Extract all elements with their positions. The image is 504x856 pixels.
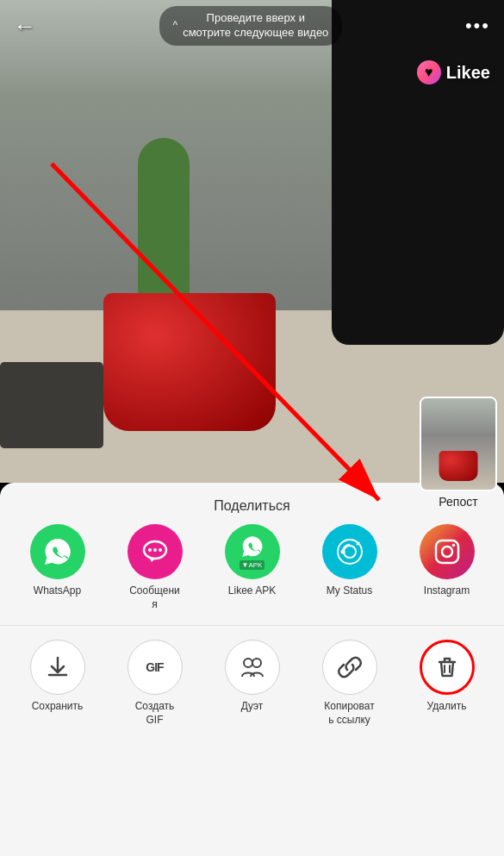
svg-point-10 [442, 547, 452, 557]
instagram-label: Instagram [424, 584, 470, 598]
svg-point-5 [159, 548, 162, 552]
whatsapp-label: WhatsApp [34, 584, 81, 598]
likee-apk-label: Likee APK [228, 584, 276, 598]
app-item-instagram[interactable]: Instagram [404, 524, 490, 611]
messages-icon [128, 524, 183, 579]
save-icon [30, 640, 85, 695]
mystatus-icon [322, 524, 377, 579]
action-item-save[interactable]: Сохранить [15, 640, 101, 727]
repost-area[interactable]: Репост [420, 397, 497, 509]
svg-point-3 [148, 548, 152, 552]
action-item-copy-link[interactable]: Копировать ссылку [307, 640, 393, 727]
apps-row: WhatsApp Сообщения [0, 524, 504, 626]
action-item-duet[interactable]: Дуэт [209, 640, 296, 727]
mystatus-label: My Status [327, 584, 372, 598]
svg-point-13 [252, 659, 261, 667]
save-label: Сохранить [32, 700, 84, 714]
top-bar: ← ^ Проведите вверх и смотрите следующее… [0, 0, 504, 52]
action-item-delete[interactable]: Удалить [404, 640, 490, 727]
actions-row: Сохранить GIF СоздатьGIF Дуэт [0, 626, 504, 734]
back-button[interactable]: ← [14, 13, 36, 40]
delete-icon [420, 640, 475, 695]
mini-pot-prop [439, 451, 478, 481]
svg-point-12 [244, 659, 252, 667]
cactus-prop [138, 138, 190, 310]
more-button[interactable]: ••• [465, 15, 490, 37]
likee-heart-icon: ♥ [417, 60, 441, 84]
delete-label: Удалить [427, 700, 467, 714]
swipe-hint-text: Проведите вверх и смотрите следующее вид… [183, 11, 328, 41]
chevron-up-icon: ^ [173, 19, 178, 33]
svg-point-11 [451, 544, 455, 547]
dark-figure-prop [332, 0, 504, 345]
swipe-hint: ^ Проведите вверх и смотрите следующее в… [159, 6, 343, 46]
duet-icon [225, 640, 280, 695]
gif-icon: GIF [128, 640, 183, 695]
red-pot-prop [103, 293, 276, 431]
repost-label: Репост [439, 495, 477, 509]
instagram-icon [420, 524, 475, 579]
copy-link-icon [322, 640, 377, 695]
duet-label: Дуэт [241, 700, 264, 714]
app-item-whatsapp[interactable]: WhatsApp [15, 524, 101, 611]
repost-thumbnail[interactable] [420, 397, 497, 491]
app-item-likee-apk[interactable]: ▼APK Likee APK [209, 524, 296, 611]
messages-label: Сообщения [129, 584, 180, 611]
svg-rect-9 [436, 540, 458, 563]
app-item-mystatus[interactable]: My Status [307, 524, 393, 611]
svg-point-4 [153, 548, 157, 552]
likee-logo-text: Likee [446, 63, 490, 83]
action-item-gif[interactable]: GIF СоздатьGIF [112, 640, 198, 727]
app-item-messages[interactable]: Сообщения [112, 524, 198, 611]
likee-logo: ♥ Likee [417, 60, 490, 84]
svg-point-8 [340, 550, 345, 554]
keyboard-prop [0, 362, 103, 448]
bottom-sheet: Поделиться WhatsApp [0, 483, 504, 856]
whatsapp-icon [30, 524, 85, 579]
gif-label: СоздатьGIF [135, 700, 175, 727]
copy-link-label: Копировать ссылку [324, 700, 374, 727]
likee-apk-icon: ▼APK [225, 524, 280, 579]
